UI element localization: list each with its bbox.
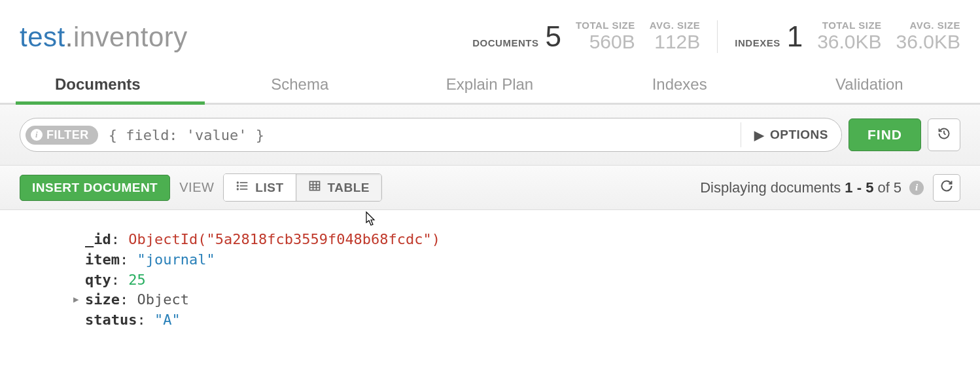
view-list-button[interactable]: LIST (224, 174, 295, 201)
svg-point-6 (237, 188, 239, 190)
documents-count: 5 (545, 20, 561, 53)
documents-label: DOCUMENTS (472, 37, 538, 48)
list-icon (236, 179, 249, 196)
svg-rect-8 (309, 181, 319, 190)
refresh-button[interactable] (933, 174, 960, 202)
namespace-title: test.inventory (20, 22, 188, 53)
svg-point-2 (237, 181, 239, 183)
doc-field-qty[interactable]: qty: 25 (85, 270, 960, 291)
action-bar: INSERT DOCUMENT VIEW LIST TABLE Displayi… (0, 166, 980, 210)
doc-total-size-stat: TOTAL SIZE 560B (576, 20, 635, 53)
table-icon (308, 179, 321, 196)
indexes-stat: INDEXES 1 (735, 20, 803, 53)
svg-rect-5 (240, 185, 248, 187)
collection-name: inventory (73, 22, 188, 52)
tab-bar: Documents Schema Explain Plan Indexes Va… (0, 66, 980, 105)
idx-total-size-stat: TOTAL SIZE 36.0KB (817, 20, 881, 53)
reset-button[interactable] (928, 118, 960, 151)
documents-stat: DOCUMENTS 5 (472, 20, 561, 53)
doc-field-status[interactable]: status: "A" (85, 310, 960, 331)
insert-document-button[interactable]: INSERT DOCUMENT (20, 175, 170, 201)
filter-bar: i FILTER ▶ OPTIONS FIND (0, 105, 980, 166)
caret-right-icon: ▶ (754, 128, 765, 143)
view-table-button[interactable]: TABLE (296, 174, 381, 201)
indexes-label: INDEXES (735, 37, 780, 48)
tab-documents[interactable]: Documents (16, 66, 205, 103)
history-icon (937, 127, 951, 143)
svg-point-4 (237, 185, 239, 187)
refresh-icon (940, 179, 953, 196)
doc-field-item[interactable]: item: "journal" (85, 250, 960, 270)
display-range: 1 - 5 (845, 179, 873, 196)
tab-validation[interactable]: Validation (775, 66, 964, 103)
doc-field-id[interactable]: _id: ObjectId("5a2818fcb3559f048b68fcdc"… (85, 230, 960, 250)
display-total: 5 (894, 179, 901, 196)
svg-rect-7 (240, 188, 248, 190)
options-button[interactable]: ▶ OPTIONS (741, 122, 841, 147)
tab-schema[interactable]: Schema (205, 66, 394, 103)
display-info: Displaying documents 1 - 5 of 5 i (700, 179, 924, 196)
doc-field-size[interactable]: ▶size: Object (85, 290, 960, 310)
collection-header: test.inventory DOCUMENTS 5 TOTAL SIZE 56… (0, 0, 980, 60)
info-icon: i (31, 129, 43, 141)
doc-avg-size-stat: AVG. SIZE 112B (650, 20, 701, 53)
database-name: test (20, 22, 65, 52)
view-toggle: LIST TABLE (223, 173, 382, 202)
info-icon[interactable]: i (909, 181, 924, 195)
view-label: VIEW (179, 180, 214, 195)
chevron-right-icon[interactable]: ▶ (73, 293, 79, 306)
idx-avg-size-stat: AVG. SIZE 36.0KB (896, 20, 960, 53)
find-button[interactable]: FIND (849, 118, 921, 151)
filter-badge: i FILTER (26, 126, 98, 145)
collection-stats: DOCUMENTS 5 TOTAL SIZE 560B AVG. SIZE 11… (472, 20, 960, 53)
svg-rect-3 (240, 182, 248, 183)
document-list: _id: ObjectId("5a2818fcb3559f048b68fcdc"… (0, 210, 980, 350)
svg-line-1 (944, 134, 946, 135)
filter-input-container: i FILTER ▶ OPTIONS (20, 118, 842, 152)
tab-indexes[interactable]: Indexes (585, 66, 775, 103)
filter-input[interactable] (98, 127, 741, 143)
stats-divider (717, 20, 718, 53)
indexes-count: 1 (787, 20, 803, 53)
tab-explain-plan[interactable]: Explain Plan (394, 66, 584, 103)
